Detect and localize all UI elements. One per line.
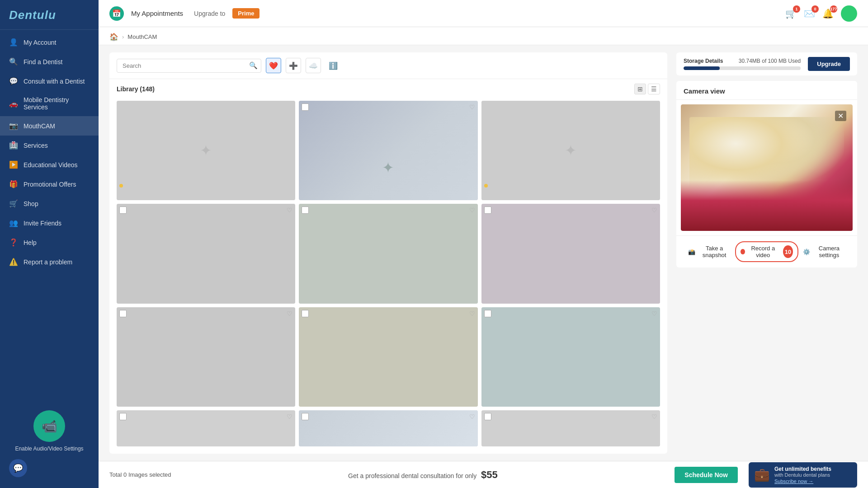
record-timer: 10 — [783, 245, 793, 258]
media-item[interactable]: ♡ 20220307_125701_0.jpeg Mar 07, 2022 — [481, 204, 660, 303]
cam-settings-button[interactable]: ⚙️ Camera settings — [798, 242, 850, 261]
appointments-label: My Appointments — [131, 9, 183, 17]
record-button[interactable]: Record a video 10 — [735, 241, 798, 262]
media-checkbox[interactable] — [119, 206, 127, 214]
sidebar-item-educational-videos[interactable]: ▶️ Educational Videos — [0, 155, 99, 174]
sidebar-item-my-account[interactable]: 👤 My Account — [0, 33, 99, 52]
breadcrumb-home[interactable]: 🏠 — [109, 33, 118, 41]
sidebar-item-help[interactable]: ❓ Help — [0, 233, 99, 252]
media-item[interactable]: ♡ 20220307_125553_0.mp4 Mar 07, 2022 — [299, 307, 477, 407]
media-checkbox[interactable] — [302, 103, 309, 111]
services-icon: 🏥 — [9, 141, 18, 150]
media-item[interactable]: ♡ 20220307_125553_0.jpeg Mar 07, 2022 — [117, 307, 295, 407]
sidebar-item-invite-friends[interactable]: 👥 Invite Friends — [0, 213, 99, 233]
sidebar-label-promotional-offers: Promotional Offers — [24, 181, 76, 188]
media-item[interactable]: ✦ 20220307_125754_0.mp4 Mar 07, 2022 — [481, 101, 660, 200]
heart-icon[interactable]: ♡ — [651, 413, 657, 420]
heart-icon[interactable]: ♡ — [469, 310, 475, 317]
media-item[interactable]: ♡ — [117, 410, 295, 446]
sidebar-item-promotional-offers[interactable]: 🎁 Promotional Offers — [0, 174, 99, 194]
sidebar-bottom: 📹 Enable Audio/Video Settings 💬 — [0, 403, 99, 488]
promo-link[interactable]: Subscribe now → — [774, 479, 831, 484]
consult-offer: Get a professional dental consultation f… — [182, 469, 664, 481]
sidebar-label-find-dentist: Find a Dentist — [24, 58, 62, 66]
sidebar-label-mouthcam: MouthCAM — [24, 122, 55, 130]
search-button[interactable]: 🔍 — [249, 61, 258, 70]
consult-price: $55 — [481, 469, 498, 480]
media-checkbox[interactable] — [302, 206, 309, 214]
upgrade-to-label: Upgrade to — [194, 10, 225, 17]
grid-view-button[interactable]: ⊞ — [634, 84, 646, 94]
sidebar-item-mouthcam[interactable]: 📷 MouthCAM — [0, 116, 99, 136]
sidebar-item-consult[interactable]: 💬 Consult with a Dentist — [0, 71, 99, 91]
media-checkbox[interactable] — [119, 310, 127, 317]
breadcrumb-separator: › — [122, 33, 124, 40]
cart-icon-wrap[interactable]: 🛒 1 — [785, 8, 797, 19]
consult-text: Get a professional dental consultation f… — [348, 472, 476, 479]
sidebar-item-services[interactable]: 🏥 Services — [0, 136, 99, 155]
heart-icon[interactable]: ♡ — [651, 310, 657, 317]
page-body: 🏠 › MouthCAM 🔍 ❤️ ➕ ☁️ ℹ️ Libra — [99, 27, 868, 488]
notifications-icon-wrap[interactable]: 🔔 177 — [822, 8, 834, 19]
storage-bar — [684, 66, 801, 70]
media-checkbox[interactable] — [484, 310, 491, 317]
media-thumbnail: ♡ — [481, 204, 660, 303]
heart-icon[interactable]: ♡ — [287, 413, 292, 420]
favorites-filter-button[interactable]: ❤️ — [266, 58, 281, 73]
media-item[interactable]: ♡ 20220307_125544_0.mp4 Mar 07, 2022 — [481, 307, 660, 407]
add-button[interactable]: ➕ — [286, 58, 301, 73]
help-icon: ❓ — [9, 238, 18, 247]
upload-button[interactable]: ☁️ — [306, 58, 321, 73]
user-avatar[interactable] — [841, 5, 857, 22]
media-thumbnail: ♡ — [299, 204, 477, 303]
sidebar-item-mobile-dentistry[interactable]: 🚗 Mobile Dentistry Services — [0, 91, 99, 116]
sidebar-label-report-problem: Report a problem — [24, 258, 72, 266]
storage-details: Storage Details 30.74MB of 100 MB Used — [684, 58, 801, 70]
prime-button[interactable]: Prime — [232, 8, 259, 19]
heart-icon[interactable]: ♡ — [287, 310, 292, 317]
notifications-badge: 177 — [830, 5, 837, 13]
camera-corner-button[interactable]: ✕ — [835, 111, 846, 121]
sidebar-item-find-dentist[interactable]: 🔍 Find a Dentist — [0, 52, 99, 71]
sidebar-label-consult: Consult with a Dentist — [24, 78, 85, 85]
media-item[interactable]: ✦ 20220308_033543_0.mp4 Mar 08, 2022 — [117, 101, 295, 200]
media-item[interactable]: ♡ 20220307_125704_0.mp4 Mar 07, 2022 — [299, 204, 477, 303]
info-button[interactable]: ℹ️ — [326, 58, 341, 73]
media-thumbnail: ✦ ♡ — [299, 101, 477, 200]
list-view-button[interactable]: ☰ — [648, 84, 660, 94]
media-checkbox[interactable] — [119, 413, 127, 420]
chat-button[interactable]: 💬 — [9, 459, 27, 477]
cam-settings-label: Enable Audio/Video Settings — [15, 446, 83, 452]
media-item[interactable]: ✦ ♡ 20220308_033541_0.jpeg Mar 08, 2022 — [299, 101, 477, 200]
bottom-bar: Total 0 Images selected Get a profession… — [99, 461, 868, 488]
heart-icon[interactable]: ♡ — [469, 206, 475, 214]
media-item[interactable]: ♡ — [299, 410, 477, 446]
media-checkbox[interactable] — [484, 413, 491, 420]
educational-videos-icon: ▶️ — [9, 160, 18, 169]
heart-icon[interactable]: ♡ — [469, 413, 475, 420]
logo-text: Dentulu — [9, 8, 56, 22]
media-checkbox[interactable] — [484, 206, 491, 214]
heart-icon[interactable]: ♡ — [651, 206, 657, 214]
search-input[interactable] — [117, 59, 261, 73]
snapshot-button[interactable]: 📸 Take a snapshot — [684, 242, 735, 261]
media-thumbnail: ♡ — [299, 410, 477, 446]
media-item[interactable]: ♡ 20220307_125751_0.jpeg Mar 07, 2022 — [117, 204, 295, 303]
heart-icon[interactable]: ♡ — [287, 206, 292, 214]
messages-icon-wrap[interactable]: ✉️ 0 — [804, 8, 815, 19]
storage-label-row: Storage Details 30.74MB of 100 MB Used — [684, 58, 801, 64]
promo-text: Get unlimited benefits with Dentulu dent… — [774, 466, 831, 484]
media-item[interactable]: ♡ — [481, 410, 660, 446]
upgrade-button[interactable]: Upgrade — [808, 57, 850, 71]
sidebar-label-my-account: My Account — [24, 39, 56, 46]
media-checkbox[interactable] — [302, 310, 309, 317]
sidebar-item-report-problem[interactable]: ⚠️ Report a problem — [0, 252, 99, 272]
schedule-button[interactable]: Schedule Now — [675, 467, 738, 483]
record-label: Record a video — [748, 245, 778, 258]
cam-settings-button[interactable]: 📹 — [33, 410, 65, 442]
media-thumbnail: ✦ — [481, 101, 660, 200]
sidebar-item-shop[interactable]: 🛒 Shop — [0, 194, 99, 213]
heart-icon[interactable]: ♡ — [469, 103, 475, 111]
media-checkbox[interactable] — [302, 413, 309, 420]
storage-value: 30.74MB of 100 MB Used — [739, 58, 801, 64]
